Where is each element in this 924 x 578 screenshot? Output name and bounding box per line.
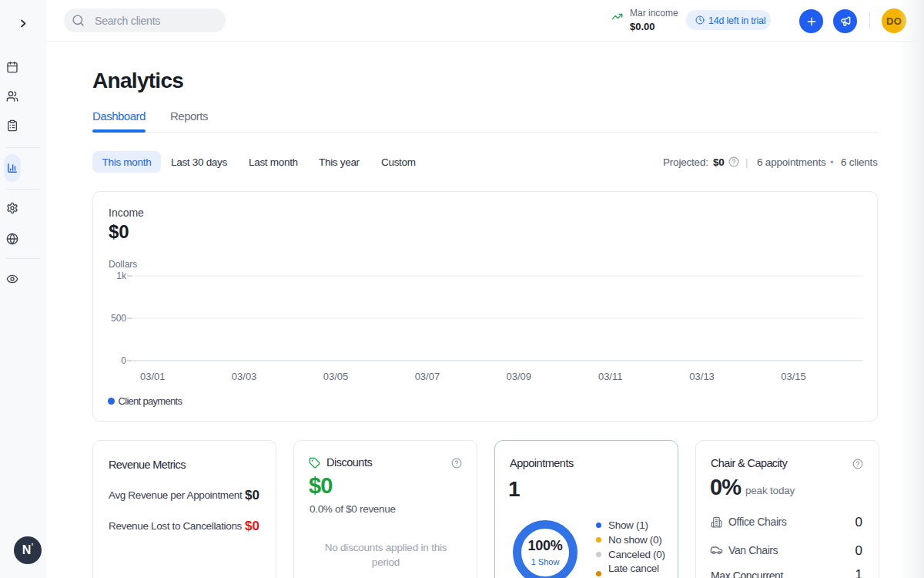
svg-text:03/11: 03/11 <box>598 371 623 382</box>
svg-text:03/15: 03/15 <box>781 371 806 382</box>
svg-text:1k: 1k <box>116 271 127 281</box>
svg-text:03/03: 03/03 <box>232 371 257 382</box>
svg-text:03/05: 03/05 <box>323 371 349 382</box>
svg-text:03/07: 03/07 <box>415 371 440 382</box>
svg-text:03/09: 03/09 <box>507 371 532 382</box>
svg-text:500: 500 <box>111 313 126 324</box>
svg-text:03/13: 03/13 <box>689 371 715 382</box>
svg-text:03/01: 03/01 <box>140 371 166 382</box>
svg-text:0: 0 <box>121 355 126 366</box>
